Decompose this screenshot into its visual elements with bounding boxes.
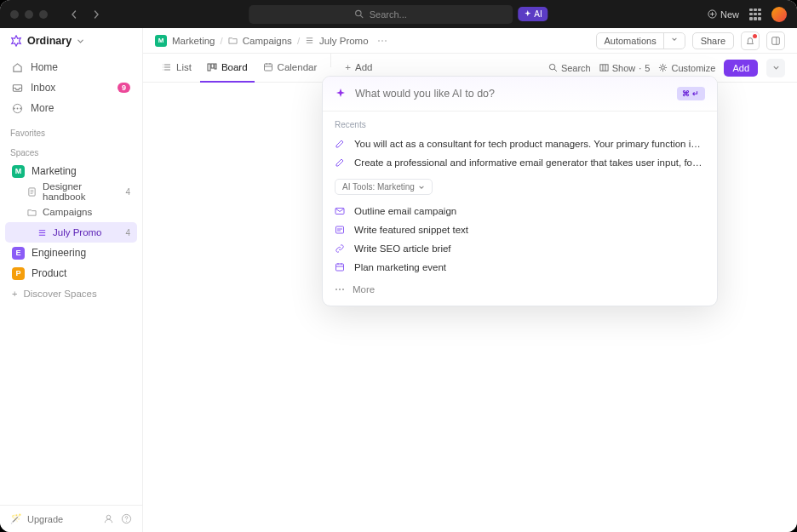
svg-point-3 bbox=[14, 107, 15, 109]
sidebar-item-label: More bbox=[31, 102, 54, 114]
search-icon bbox=[355, 9, 364, 19]
columns-icon bbox=[599, 63, 609, 72]
panel-icon bbox=[771, 36, 781, 46]
chevron-down-icon bbox=[418, 184, 425, 191]
svg-rect-16 bbox=[600, 65, 608, 71]
window-controls[interactable] bbox=[10, 10, 48, 19]
space-engineering[interactable]: E Engineering bbox=[5, 243, 137, 263]
sidebar-item-more[interactable]: More bbox=[5, 98, 137, 118]
board-icon bbox=[207, 62, 217, 72]
plus-circle-icon bbox=[708, 9, 717, 19]
svg-rect-20 bbox=[336, 264, 344, 271]
sparkle-icon bbox=[335, 88, 347, 100]
view-tab-label: List bbox=[176, 62, 192, 72]
svg-point-8 bbox=[106, 515, 111, 519]
ai-more-button[interactable]: ⋯ More bbox=[323, 277, 717, 306]
space-marketing[interactable]: M Marketing bbox=[5, 161, 137, 181]
ai-label: AI bbox=[534, 9, 542, 19]
list-icon bbox=[162, 62, 172, 72]
plus-icon: + bbox=[345, 62, 351, 72]
tool-label: Write SEO article brief bbox=[354, 243, 451, 254]
view-tab-calendar[interactable]: Calendar bbox=[256, 54, 324, 83]
list-label: July Promo bbox=[53, 227, 102, 237]
sparkle-icon bbox=[524, 10, 531, 18]
search-button[interactable]: Search bbox=[548, 63, 591, 73]
chevron-down-icon bbox=[772, 64, 780, 72]
inbox-badge: 9 bbox=[118, 83, 130, 93]
notifications-button[interactable] bbox=[741, 31, 760, 50]
space-badge: M bbox=[12, 165, 25, 178]
more-label: More bbox=[353, 284, 375, 295]
ai-tool-seo-brief[interactable]: Write SEO article brief bbox=[323, 239, 717, 258]
favorites-heading: Favorites bbox=[0, 122, 142, 141]
add-task-button[interactable]: Add bbox=[724, 60, 758, 77]
breadcrumb-space[interactable]: Marketing bbox=[172, 36, 215, 46]
ai-tool-snippet[interactable]: Write featured snippet text bbox=[323, 220, 717, 239]
svg-point-5 bbox=[20, 107, 21, 109]
share-label: Share bbox=[701, 36, 725, 46]
show-columns-button[interactable]: Show · 5 bbox=[599, 63, 651, 73]
mail-icon bbox=[335, 206, 347, 216]
pencil-icon bbox=[335, 139, 347, 149]
recent-prompt[interactable]: Create a professional and informative em… bbox=[323, 153, 717, 172]
nav-back-button[interactable] bbox=[65, 5, 83, 24]
apps-icon[interactable] bbox=[749, 9, 761, 20]
list-icon bbox=[305, 36, 314, 45]
recent-prompt[interactable]: You will act as a consultant for tech pr… bbox=[323, 134, 717, 153]
invite-icon[interactable] bbox=[103, 513, 114, 524]
chevron-down-icon[interactable] bbox=[664, 33, 685, 49]
folder-icon bbox=[228, 36, 238, 45]
recents-heading: Recents bbox=[323, 111, 717, 134]
help-icon[interactable] bbox=[121, 513, 132, 524]
calendar-icon bbox=[335, 262, 347, 272]
user-avatar[interactable] bbox=[771, 7, 787, 22]
breadcrumb-folder[interactable]: Campaigns bbox=[243, 36, 292, 46]
view-tab-label: Board bbox=[221, 62, 248, 72]
nav-forward-button[interactable] bbox=[87, 5, 106, 24]
view-tab-list[interactable]: List bbox=[155, 54, 198, 83]
tool-label: Plan marketing event bbox=[354, 262, 446, 272]
list-july-promo[interactable]: July Promo 4 bbox=[5, 222, 137, 243]
space-badge: P bbox=[12, 267, 25, 280]
share-button[interactable]: Share bbox=[692, 32, 734, 49]
discover-spaces[interactable]: + Discover Spaces bbox=[5, 283, 137, 304]
automations-button[interactable]: Automations bbox=[596, 32, 685, 49]
sidebar-item-home[interactable]: Home bbox=[5, 57, 137, 77]
add-menu-button[interactable] bbox=[766, 59, 785, 77]
sidebar-item-label: Home bbox=[31, 61, 58, 73]
panel-toggle-button[interactable] bbox=[766, 31, 785, 50]
global-search-input[interactable]: Search... bbox=[249, 5, 513, 24]
workspace-logo-icon bbox=[10, 35, 22, 47]
view-tab-board[interactable]: Board bbox=[200, 54, 255, 83]
svg-rect-19 bbox=[336, 226, 344, 233]
space-label: Marketing bbox=[32, 165, 77, 177]
folder-icon bbox=[27, 208, 37, 217]
ai-prompt-input[interactable] bbox=[355, 88, 668, 100]
discover-label: Discover Spaces bbox=[23, 289, 96, 299]
home-icon bbox=[12, 62, 24, 73]
space-product[interactable]: P Product bbox=[5, 263, 137, 283]
ai-tools-filter[interactable]: AI Tools: Marketing bbox=[335, 179, 433, 195]
space-label: Product bbox=[32, 267, 66, 279]
ai-tool-plan-event[interactable]: Plan marketing event bbox=[323, 258, 717, 277]
space-label: Engineering bbox=[32, 247, 86, 259]
sidebar-item-inbox[interactable]: Inbox 9 bbox=[5, 77, 137, 98]
more-actions-icon[interactable]: ⋯ bbox=[377, 35, 387, 47]
workspace-switcher[interactable]: Ordinary bbox=[0, 28, 142, 54]
new-button[interactable]: New bbox=[708, 9, 739, 20]
ai-button[interactable]: AI bbox=[518, 7, 548, 21]
calendar-icon bbox=[263, 62, 273, 72]
upgrade-button[interactable]: Upgrade bbox=[27, 514, 63, 524]
svg-rect-10 bbox=[772, 37, 780, 44]
breadcrumb-list[interactable]: July Promo bbox=[319, 36, 369, 46]
folder-campaigns[interactable]: Campaigns bbox=[5, 202, 137, 222]
svg-point-17 bbox=[662, 66, 665, 70]
plus-icon: + bbox=[12, 289, 17, 299]
list-designer-handbook[interactable]: Designer handbook 4 bbox=[5, 181, 137, 202]
doc-icon bbox=[27, 187, 37, 197]
link-icon bbox=[335, 243, 347, 254]
ai-tool-outline-email[interactable]: Outline email campaign bbox=[323, 202, 717, 220]
filter-label: AI Tools: Marketing bbox=[342, 182, 415, 192]
customize-button[interactable]: Customize bbox=[658, 63, 715, 73]
svg-point-0 bbox=[356, 10, 361, 15]
